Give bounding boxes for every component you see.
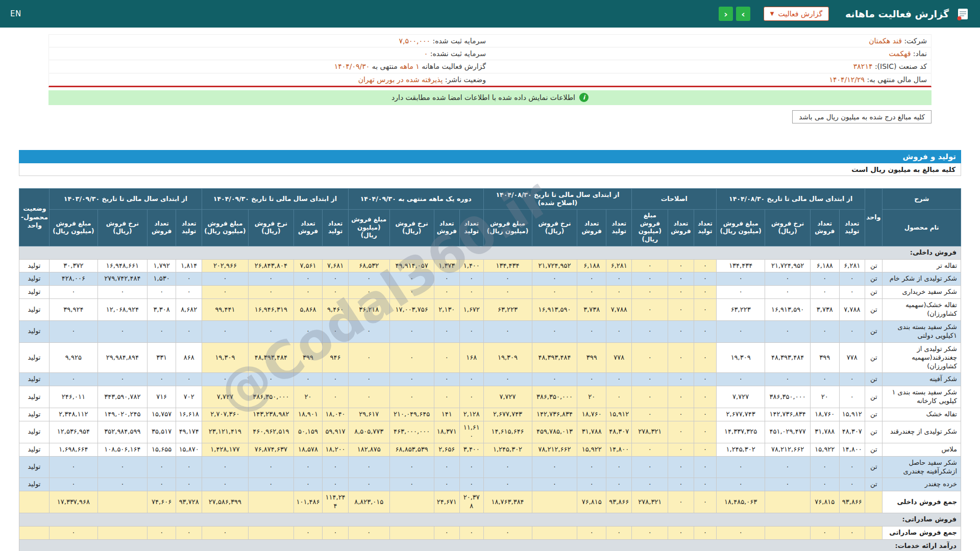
value-cell: ۳۴۳,۵۹۰,۷۸۲ — [97, 386, 147, 408]
value-cell: ۰ — [532, 320, 577, 342]
value-cell: ۰ — [460, 456, 483, 478]
total-row: جمع فروش صادراتی۰۰۰۰۰۰۰۰۰۰۰۰۰۰۰۰۰۰ — [19, 527, 961, 540]
value-cell: ۰ — [483, 527, 532, 540]
value-cell: ۱,۶۹۸,۶۶۴ — [49, 443, 97, 456]
symbol-label: نماد: — [913, 49, 927, 58]
adjustment-cell: ۰ — [668, 443, 694, 456]
value-cell: ۳۱,۷۸۸ — [577, 421, 606, 443]
adjustment-cell: ۰ — [632, 320, 668, 342]
amounts-unit-note: کلیه مبالغ درج شده به میلیون ریال می باش… — [792, 110, 932, 123]
adjustment-cell: ۰ — [694, 478, 716, 491]
section-row: درآمد ارائه خدمات: — [19, 539, 961, 551]
value-cell: ۰ — [577, 272, 606, 286]
unit-cell: تن — [865, 373, 883, 386]
value-cell: ۳۳۱ — [147, 342, 176, 373]
value-cell: ۰ — [434, 527, 460, 540]
report-icon — [956, 7, 970, 21]
unit-cell: تن — [865, 478, 883, 491]
value-cell: ۱۵,۹۱۲ — [606, 408, 632, 421]
unit-cell: تن — [865, 342, 883, 373]
value-cell: ۷۷۸ — [839, 342, 865, 373]
report-summary: شرکت: قند هکمتان سرمایه ثبت شده: ۷,۵۰۰,۰… — [48, 34, 932, 123]
value-cell: ۲,۶۵۶ — [434, 443, 460, 456]
value-cell: ۰ — [147, 286, 176, 299]
header-subcolumn: تعداد فروش — [577, 210, 606, 246]
value-cell: ۳۹۹ — [293, 342, 323, 373]
value-cell: ۷۶,۸۱۵ — [811, 491, 840, 513]
language-toggle[interactable]: EN — [10, 9, 21, 18]
value-cell: ۷۷۸ — [606, 342, 632, 373]
value-cell: ۰ — [577, 456, 606, 478]
product-name-cell: تفاله خشک(سهمیه کشاورزان) — [883, 299, 961, 321]
adjustment-cell: ۰ — [632, 478, 668, 491]
listing-status-field: وضعیت ناشر: پذیرفته شده در بورس تهران — [49, 73, 490, 86]
value-cell: ۰ — [717, 272, 765, 286]
value-cell: ۷,۶۸۱ — [323, 259, 349, 272]
value-cell: ۲۰۲,۹۶۶ — [202, 259, 248, 272]
value-cell: ۷۸,۲۱۲,۶۶۲ — [532, 443, 577, 456]
value-cell: ۰ — [147, 527, 176, 540]
value-cell: ۰ — [348, 527, 389, 540]
section-row: فروش صادراتی: — [19, 513, 961, 527]
value-cell: ۰ — [176, 478, 202, 491]
report-type-dropdown[interactable]: گزارش فعالیت ▼ — [764, 7, 829, 21]
header-unit: واحد — [865, 188, 883, 246]
value-cell: ۰ — [839, 478, 865, 491]
value-cell: ۰ — [202, 286, 248, 299]
value-cell — [532, 527, 577, 540]
value-cell: ۰ — [839, 373, 865, 386]
value-cell: ۰ — [460, 527, 483, 540]
header-subcolumn: تعداد فروش — [811, 210, 840, 246]
value-cell: ۱۸,۹۰۱ — [293, 408, 323, 421]
value-cell: ۱۶,۹۱۳,۵۹۰ — [532, 299, 577, 321]
value-cell: ۰ — [483, 286, 532, 299]
value-cell: ۰ — [293, 478, 323, 491]
nav-left-button[interactable]: ‹ — [719, 7, 733, 21]
value-cell — [532, 491, 577, 513]
unit-cell: تن — [865, 320, 883, 342]
value-cell: ۰ — [202, 456, 248, 478]
value-cell: ۳۹۹ — [577, 342, 606, 373]
value-cell: ۲۱,۷۲۴,۹۵۲ — [532, 259, 577, 272]
adjustment-cell: ۰ — [668, 373, 694, 386]
value-cell: ۱۴۳,۲۳۸,۹۸۲ — [248, 408, 293, 421]
value-cell: ۲۳,۱۲۱,۴۱۹ — [202, 421, 248, 443]
value-cell: ۰ — [811, 320, 840, 342]
adjustment-cell: ۰ — [694, 491, 716, 513]
product-name-cell: شکر سفید خریداری — [883, 286, 961, 299]
value-cell: ۰ — [202, 320, 248, 342]
adjustment-cell: ۰ — [632, 386, 668, 408]
product-row: شکر سفید بسته بندی ۱کیلویی دولتیتن۰۰۰۰۰۰… — [19, 320, 961, 342]
header-period-group: دوره یک ماهه منتهی به ۱۴۰۴/۰۹/۳۰ — [348, 188, 483, 210]
adjustment-cell: ۰ — [694, 456, 716, 478]
product-status-cell: تولید — [19, 299, 50, 321]
value-cell: ۰ — [97, 286, 147, 299]
product-name-cell: ملاس — [883, 443, 961, 456]
value-cell: ۰ — [348, 373, 389, 386]
value-cell: ۰ — [532, 373, 577, 386]
value-cell: ۵۰,۱۵۹ — [293, 421, 323, 443]
value-cell: ۰ — [434, 320, 460, 342]
adjustment-cell: ۰ — [668, 491, 694, 513]
value-cell: ۹۳,۸۶۶ — [839, 491, 865, 513]
value-cell — [765, 527, 811, 540]
value-cell: ۰ — [606, 478, 632, 491]
value-cell: ۱۴۹,۰۲۰,۲۴۵ — [97, 408, 147, 421]
value-cell: ۰ — [577, 320, 606, 342]
value-cell: ۰ — [532, 272, 577, 286]
value-cell: ۶۳,۲۲۳ — [717, 299, 765, 321]
value-cell: ۷۶,۸۱۵ — [577, 491, 606, 513]
header-subcolumn: تعداد تولید — [323, 210, 349, 246]
value-cell: ۰ — [839, 320, 865, 342]
header-subcolumn: نرخ فروش (ریال) — [532, 210, 577, 246]
value-cell: ۰ — [323, 527, 349, 540]
header-subcolumn: تعداد فروش — [434, 210, 460, 246]
value-cell: ۰ — [434, 386, 460, 408]
adjustment-cell: ۰ — [668, 408, 694, 421]
value-cell: ۴۶۳,۰۰۰,۰۰۰ — [389, 421, 434, 443]
adjustment-cell: ۰ — [632, 373, 668, 386]
value-cell: ۲۹,۶۱۷ — [348, 408, 389, 421]
value-cell: ۰ — [460, 272, 483, 286]
nav-right-button[interactable]: › — [736, 7, 750, 21]
adjustment-cell: ۰ — [668, 386, 694, 408]
